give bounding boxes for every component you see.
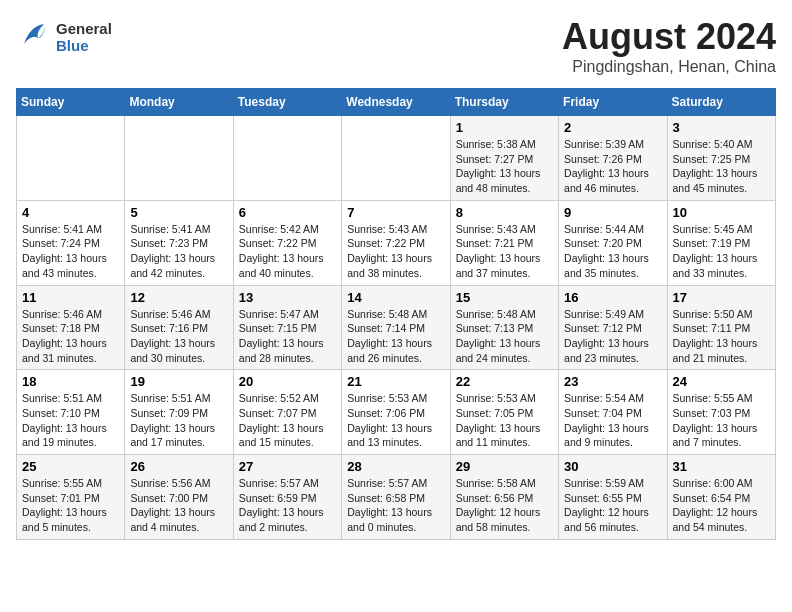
day-number: 22 [456, 374, 553, 389]
day-number: 5 [130, 205, 227, 220]
calendar-cell: 16Sunrise: 5:49 AM Sunset: 7:12 PM Dayli… [559, 285, 667, 370]
day-number: 2 [564, 120, 661, 135]
logo-bird-icon [16, 16, 52, 58]
day-info: Sunrise: 6:00 AM Sunset: 6:54 PM Dayligh… [673, 476, 770, 535]
day-number: 11 [22, 290, 119, 305]
week-row-3: 11Sunrise: 5:46 AM Sunset: 7:18 PM Dayli… [17, 285, 776, 370]
day-number: 20 [239, 374, 336, 389]
day-info: Sunrise: 5:55 AM Sunset: 7:01 PM Dayligh… [22, 476, 119, 535]
day-info: Sunrise: 5:51 AM Sunset: 7:09 PM Dayligh… [130, 391, 227, 450]
header-day-monday: Monday [125, 89, 233, 116]
day-info: Sunrise: 5:54 AM Sunset: 7:04 PM Dayligh… [564, 391, 661, 450]
subtitle: Pingdingshan, Henan, China [562, 58, 776, 76]
calendar-header: SundayMondayTuesdayWednesdayThursdayFrid… [17, 89, 776, 116]
calendar-cell: 10Sunrise: 5:45 AM Sunset: 7:19 PM Dayli… [667, 200, 775, 285]
calendar-body: 1Sunrise: 5:38 AM Sunset: 7:27 PM Daylig… [17, 116, 776, 540]
calendar-cell: 2Sunrise: 5:39 AM Sunset: 7:26 PM Daylig… [559, 116, 667, 201]
day-number: 23 [564, 374, 661, 389]
day-info: Sunrise: 5:57 AM Sunset: 6:59 PM Dayligh… [239, 476, 336, 535]
calendar-cell: 25Sunrise: 5:55 AM Sunset: 7:01 PM Dayli… [17, 455, 125, 540]
calendar-cell: 19Sunrise: 5:51 AM Sunset: 7:09 PM Dayli… [125, 370, 233, 455]
day-number: 6 [239, 205, 336, 220]
day-info: Sunrise: 5:53 AM Sunset: 7:05 PM Dayligh… [456, 391, 553, 450]
day-number: 14 [347, 290, 444, 305]
day-number: 4 [22, 205, 119, 220]
header-day-friday: Friday [559, 89, 667, 116]
week-row-2: 4Sunrise: 5:41 AM Sunset: 7:24 PM Daylig… [17, 200, 776, 285]
day-info: Sunrise: 5:39 AM Sunset: 7:26 PM Dayligh… [564, 137, 661, 196]
day-info: Sunrise: 5:46 AM Sunset: 7:18 PM Dayligh… [22, 307, 119, 366]
day-number: 10 [673, 205, 770, 220]
calendar-cell: 12Sunrise: 5:46 AM Sunset: 7:16 PM Dayli… [125, 285, 233, 370]
day-number: 24 [673, 374, 770, 389]
day-number: 28 [347, 459, 444, 474]
day-number: 8 [456, 205, 553, 220]
day-info: Sunrise: 5:51 AM Sunset: 7:10 PM Dayligh… [22, 391, 119, 450]
day-number: 9 [564, 205, 661, 220]
day-number: 30 [564, 459, 661, 474]
calendar-cell: 14Sunrise: 5:48 AM Sunset: 7:14 PM Dayli… [342, 285, 450, 370]
day-info: Sunrise: 5:48 AM Sunset: 7:13 PM Dayligh… [456, 307, 553, 366]
day-info: Sunrise: 5:43 AM Sunset: 7:22 PM Dayligh… [347, 222, 444, 281]
calendar-cell: 4Sunrise: 5:41 AM Sunset: 7:24 PM Daylig… [17, 200, 125, 285]
calendar-cell: 17Sunrise: 5:50 AM Sunset: 7:11 PM Dayli… [667, 285, 775, 370]
calendar-cell: 3Sunrise: 5:40 AM Sunset: 7:25 PM Daylig… [667, 116, 775, 201]
calendar-cell [125, 116, 233, 201]
calendar-table: SundayMondayTuesdayWednesdayThursdayFrid… [16, 88, 776, 540]
day-number: 19 [130, 374, 227, 389]
calendar-cell: 28Sunrise: 5:57 AM Sunset: 6:58 PM Dayli… [342, 455, 450, 540]
day-info: Sunrise: 5:53 AM Sunset: 7:06 PM Dayligh… [347, 391, 444, 450]
day-info: Sunrise: 5:55 AM Sunset: 7:03 PM Dayligh… [673, 391, 770, 450]
calendar-cell: 21Sunrise: 5:53 AM Sunset: 7:06 PM Dayli… [342, 370, 450, 455]
header: General Blue August 2024 Pingdingshan, H… [16, 16, 776, 76]
calendar-cell: 18Sunrise: 5:51 AM Sunset: 7:10 PM Dayli… [17, 370, 125, 455]
calendar-cell: 7Sunrise: 5:43 AM Sunset: 7:22 PM Daylig… [342, 200, 450, 285]
calendar-cell: 22Sunrise: 5:53 AM Sunset: 7:05 PM Dayli… [450, 370, 558, 455]
calendar-cell: 9Sunrise: 5:44 AM Sunset: 7:20 PM Daylig… [559, 200, 667, 285]
header-day-tuesday: Tuesday [233, 89, 341, 116]
calendar-cell: 1Sunrise: 5:38 AM Sunset: 7:27 PM Daylig… [450, 116, 558, 201]
day-number: 26 [130, 459, 227, 474]
day-info: Sunrise: 5:56 AM Sunset: 7:00 PM Dayligh… [130, 476, 227, 535]
week-row-5: 25Sunrise: 5:55 AM Sunset: 7:01 PM Dayli… [17, 455, 776, 540]
day-info: Sunrise: 5:57 AM Sunset: 6:58 PM Dayligh… [347, 476, 444, 535]
logo-text-blue: Blue [56, 37, 112, 54]
day-number: 31 [673, 459, 770, 474]
day-info: Sunrise: 5:41 AM Sunset: 7:24 PM Dayligh… [22, 222, 119, 281]
calendar-cell: 5Sunrise: 5:41 AM Sunset: 7:23 PM Daylig… [125, 200, 233, 285]
calendar-cell: 31Sunrise: 6:00 AM Sunset: 6:54 PM Dayli… [667, 455, 775, 540]
day-info: Sunrise: 5:47 AM Sunset: 7:15 PM Dayligh… [239, 307, 336, 366]
day-number: 18 [22, 374, 119, 389]
header-row: SundayMondayTuesdayWednesdayThursdayFrid… [17, 89, 776, 116]
calendar-cell: 30Sunrise: 5:59 AM Sunset: 6:55 PM Dayli… [559, 455, 667, 540]
day-info: Sunrise: 5:58 AM Sunset: 6:56 PM Dayligh… [456, 476, 553, 535]
calendar-cell: 11Sunrise: 5:46 AM Sunset: 7:18 PM Dayli… [17, 285, 125, 370]
calendar-cell [233, 116, 341, 201]
day-number: 27 [239, 459, 336, 474]
day-info: Sunrise: 5:50 AM Sunset: 7:11 PM Dayligh… [673, 307, 770, 366]
day-number: 7 [347, 205, 444, 220]
day-info: Sunrise: 5:42 AM Sunset: 7:22 PM Dayligh… [239, 222, 336, 281]
day-info: Sunrise: 5:59 AM Sunset: 6:55 PM Dayligh… [564, 476, 661, 535]
calendar-cell: 24Sunrise: 5:55 AM Sunset: 7:03 PM Dayli… [667, 370, 775, 455]
logo-text-general: General [56, 20, 112, 37]
day-number: 21 [347, 374, 444, 389]
calendar-cell: 13Sunrise: 5:47 AM Sunset: 7:15 PM Dayli… [233, 285, 341, 370]
day-info: Sunrise: 5:41 AM Sunset: 7:23 PM Dayligh… [130, 222, 227, 281]
calendar-cell [342, 116, 450, 201]
calendar-cell: 20Sunrise: 5:52 AM Sunset: 7:07 PM Dayli… [233, 370, 341, 455]
day-info: Sunrise: 5:52 AM Sunset: 7:07 PM Dayligh… [239, 391, 336, 450]
calendar-cell: 29Sunrise: 5:58 AM Sunset: 6:56 PM Dayli… [450, 455, 558, 540]
day-info: Sunrise: 5:46 AM Sunset: 7:16 PM Dayligh… [130, 307, 227, 366]
main-title: August 2024 [562, 16, 776, 58]
day-info: Sunrise: 5:49 AM Sunset: 7:12 PM Dayligh… [564, 307, 661, 366]
calendar-cell: 26Sunrise: 5:56 AM Sunset: 7:00 PM Dayli… [125, 455, 233, 540]
calendar-cell [17, 116, 125, 201]
calendar-cell: 6Sunrise: 5:42 AM Sunset: 7:22 PM Daylig… [233, 200, 341, 285]
week-row-1: 1Sunrise: 5:38 AM Sunset: 7:27 PM Daylig… [17, 116, 776, 201]
day-info: Sunrise: 5:43 AM Sunset: 7:21 PM Dayligh… [456, 222, 553, 281]
header-day-sunday: Sunday [17, 89, 125, 116]
day-info: Sunrise: 5:40 AM Sunset: 7:25 PM Dayligh… [673, 137, 770, 196]
day-number: 3 [673, 120, 770, 135]
day-info: Sunrise: 5:48 AM Sunset: 7:14 PM Dayligh… [347, 307, 444, 366]
